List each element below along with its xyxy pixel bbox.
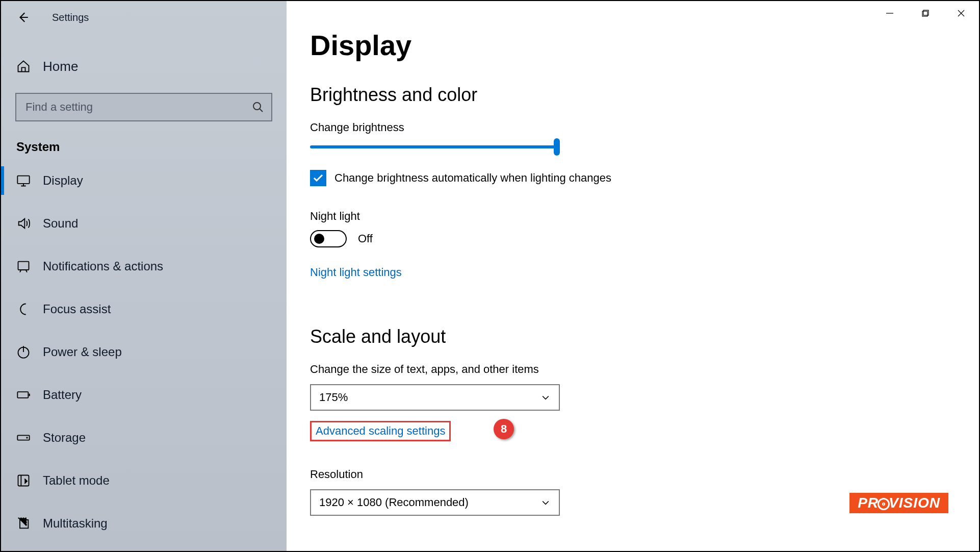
arrow-left-icon (16, 11, 30, 24)
night-light-settings-link[interactable]: Night light settings (310, 266, 402, 279)
maximize-button[interactable] (908, 1, 943, 26)
advanced-scaling-link[interactable]: Advanced scaling settings (316, 424, 445, 438)
sidebar-item-label: Display (43, 173, 83, 188)
maximize-icon (922, 10, 929, 17)
home-icon (16, 59, 31, 73)
sidebar-category: System (1, 121, 287, 159)
annotation-number: 8 (501, 422, 507, 436)
close-icon (957, 9, 965, 17)
back-button[interactable] (16, 11, 30, 24)
scale-label: Change the size of text, apps, and other… (310, 363, 979, 376)
sidebar-item-tablet-mode[interactable]: Tablet mode (1, 459, 287, 502)
svg-rect-5 (29, 394, 30, 396)
brightness-slider[interactable] (310, 145, 560, 148)
night-light-toggle[interactable] (310, 230, 347, 247)
watermark-post: VISION (889, 495, 940, 511)
annotation-bubble: 8 (494, 419, 514, 439)
multitask-icon (16, 516, 31, 531)
check-icon (312, 172, 324, 184)
close-button[interactable] (943, 1, 979, 26)
svg-rect-2 (18, 262, 29, 270)
sidebar-item-label: Focus assist (43, 302, 111, 316)
night-light-label: Night light (310, 210, 979, 223)
annotation-box: Advanced scaling settings (310, 421, 451, 441)
sidebar-item-power-sleep[interactable]: Power & sleep (1, 331, 287, 373)
auto-brightness-checkbox[interactable] (310, 170, 326, 186)
moon-icon (16, 302, 31, 316)
chevron-down-icon (540, 392, 551, 403)
storage-icon (16, 431, 31, 445)
watermark-pre: PR (858, 495, 879, 511)
battery-icon (16, 388, 31, 402)
svg-rect-8 (18, 475, 29, 486)
main-content: Display Brightness and color Change brig… (287, 1, 979, 551)
sidebar-item-battery[interactable]: Battery (1, 373, 287, 416)
sidebar: Settings Home System Display Sound (1, 1, 287, 551)
sidebar-item-label: Multitasking (43, 516, 108, 531)
minimize-icon (886, 9, 894, 17)
section-scale: Scale and layout (310, 326, 979, 347)
sidebar-item-label: Power & sleep (43, 345, 122, 359)
sidebar-item-label: Sound (43, 216, 78, 231)
sidebar-item-label: Battery (43, 388, 82, 402)
brightness-label: Change brightness (310, 121, 979, 134)
notification-icon (16, 259, 31, 273)
tablet-icon (16, 473, 31, 488)
watermark-logo: PRVISION (849, 493, 948, 513)
sidebar-item-storage[interactable]: Storage (1, 416, 287, 459)
sidebar-item-label: Notifications & actions (43, 259, 163, 273)
slider-thumb[interactable] (554, 138, 560, 156)
resolution-value: 1920 × 1080 (Recommended) (319, 496, 469, 509)
svg-rect-1 (17, 176, 29, 184)
sidebar-item-multitasking[interactable]: Multitasking (1, 502, 287, 545)
scale-dropdown[interactable]: 175% (310, 384, 560, 411)
power-icon (16, 345, 31, 359)
sidebar-item-label: Tablet mode (43, 473, 110, 488)
home-label: Home (43, 59, 78, 74)
resolution-dropdown[interactable]: 1920 × 1080 (Recommended) (310, 489, 560, 516)
svg-point-0 (253, 103, 261, 110)
svg-point-7 (26, 437, 28, 438)
app-title: Settings (52, 12, 89, 23)
search-input[interactable] (15, 93, 272, 121)
monitor-icon (16, 173, 31, 188)
sidebar-item-sound[interactable]: Sound (1, 202, 287, 245)
logo-o-icon (878, 498, 890, 510)
sidebar-item-display[interactable]: Display (1, 159, 287, 202)
search-input-wrap (15, 93, 272, 121)
scale-value: 175% (319, 391, 348, 404)
chevron-down-icon (540, 497, 551, 508)
section-brightness: Brightness and color (310, 84, 979, 106)
minimize-button[interactable] (872, 1, 908, 26)
sidebar-item-notifications[interactable]: Notifications & actions (1, 245, 287, 288)
search-icon (252, 101, 264, 113)
sound-icon (16, 216, 31, 231)
sidebar-home[interactable]: Home (1, 47, 287, 86)
auto-brightness-label: Change brightness automatically when lig… (334, 171, 611, 185)
night-light-state: Off (358, 232, 373, 245)
page-title: Display (310, 29, 979, 62)
sidebar-item-label: Storage (43, 431, 86, 445)
svg-rect-4 (17, 392, 28, 398)
resolution-label: Resolution (310, 468, 979, 481)
sidebar-item-focus-assist[interactable]: Focus assist (1, 288, 287, 331)
